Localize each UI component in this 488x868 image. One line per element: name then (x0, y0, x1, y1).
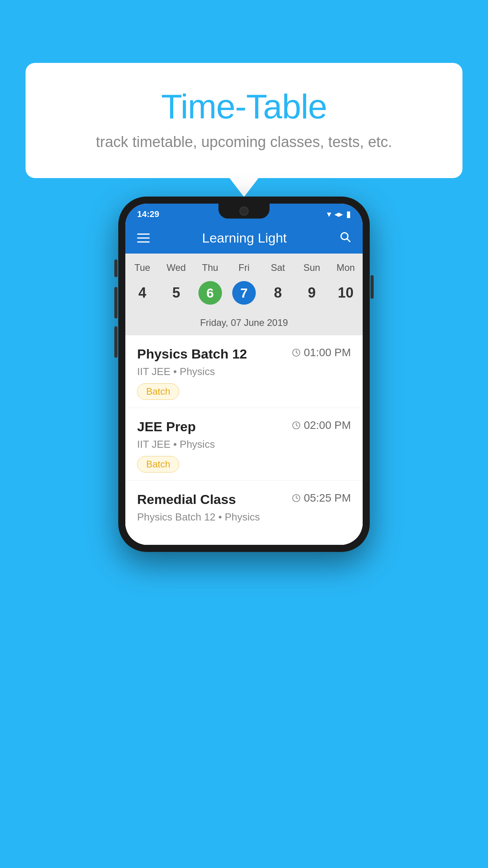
day-numbers: 4 5 6 7 8 9 10 (125, 278, 363, 308)
schedule-item-1[interactable]: Physics Batch 12 01:00 PM IIT JEE • Phys… (125, 335, 363, 408)
day-header-thu: Thu (193, 261, 227, 275)
selected-date-label: Friday, 07 June 2019 (125, 313, 363, 335)
schedule-item-2-sub: IIT JEE • Physics (137, 438, 351, 451)
batch-badge-2: Batch (137, 456, 179, 473)
schedule-item-1-time: 01:00 PM (292, 346, 351, 359)
day-header-sat: Sat (261, 261, 295, 275)
status-time: 14:29 (137, 209, 159, 219)
schedule-item-2-header: JEE Prep 02:00 PM (137, 419, 351, 434)
day-7[interactable]: 7 (227, 278, 261, 308)
search-button[interactable] (339, 231, 351, 245)
day-9[interactable]: 9 (295, 278, 328, 308)
wifi-icon: ▾ (327, 209, 331, 219)
schedule-item-3-sub: Physics Batch 12 • Physics (137, 511, 351, 523)
day-header-wed: Wed (159, 261, 193, 275)
day-header-mon: Mon (329, 261, 363, 275)
power-button (371, 275, 374, 299)
day-circle-selected: 7 (232, 281, 256, 305)
status-icons: ▾ ◂▸ ▮ (327, 209, 351, 219)
tooltip-title: Time-Table (53, 86, 435, 127)
batch-badge-1: Batch (137, 383, 179, 400)
day-6[interactable]: 6 (193, 278, 227, 308)
front-camera (239, 206, 249, 216)
schedule-item-3-header: Remedial Class 05:25 PM (137, 492, 351, 507)
schedule-item-1-title: Physics Batch 12 (137, 346, 247, 362)
phone-mockup: 14:29 ▾ ◂▸ ▮ Learning Light (118, 197, 370, 552)
calendar-strip: Tue Wed Thu Fri Sat Sun Mon 4 5 6 7 (125, 254, 363, 335)
phone-screen: 14:29 ▾ ◂▸ ▮ Learning Light (125, 204, 363, 545)
hamburger-menu-button[interactable] (137, 234, 150, 243)
schedule-item-3-title: Remedial Class (137, 492, 236, 507)
svg-line-1 (347, 239, 350, 242)
battery-icon: ▮ (346, 209, 351, 219)
schedule-item-1-header: Physics Batch 12 01:00 PM (137, 346, 351, 362)
schedule-item-2-title: JEE Prep (137, 419, 196, 434)
day-headers: Tue Wed Thu Fri Sat Sun Mon (125, 261, 363, 275)
day-header-tue: Tue (125, 261, 159, 275)
day-10[interactable]: 10 (329, 278, 363, 308)
schedule-item-2-time: 02:00 PM (292, 419, 351, 432)
clock-icon-2 (292, 421, 301, 430)
schedule-list: Physics Batch 12 01:00 PM IIT JEE • Phys… (125, 335, 363, 545)
tooltip-card: Time-Table track timetable, upcoming cla… (26, 63, 462, 178)
schedule-item-2[interactable]: JEE Prep 02:00 PM IIT JEE • Physics Batc… (125, 408, 363, 481)
schedule-item-3-time: 05:25 PM (292, 492, 351, 504)
volume-up-button (114, 259, 117, 277)
schedule-item-3[interactable]: Remedial Class 05:25 PM Physics Batch 12… (125, 481, 363, 545)
day-circle-today: 6 (198, 281, 222, 305)
day-header-fri: Fri (227, 261, 261, 275)
clock-icon-1 (292, 348, 301, 357)
signal-icon: ◂▸ (334, 209, 343, 219)
schedule-item-1-sub: IIT JEE • Physics (137, 366, 351, 378)
app-bar: Learning Light (125, 223, 363, 254)
day-header-sun: Sun (295, 261, 328, 275)
day-8[interactable]: 8 (261, 278, 295, 308)
app-bar-title: Learning Light (159, 230, 330, 246)
day-5[interactable]: 5 (159, 278, 193, 308)
silent-button (114, 326, 117, 358)
day-4[interactable]: 4 (125, 278, 159, 308)
notch (218, 204, 270, 219)
clock-icon-3 (292, 494, 301, 502)
tooltip-subtitle: track timetable, upcoming classes, tests… (53, 134, 435, 151)
phone-outer: 14:29 ▾ ◂▸ ▮ Learning Light (118, 197, 370, 552)
volume-down-button (114, 287, 117, 318)
